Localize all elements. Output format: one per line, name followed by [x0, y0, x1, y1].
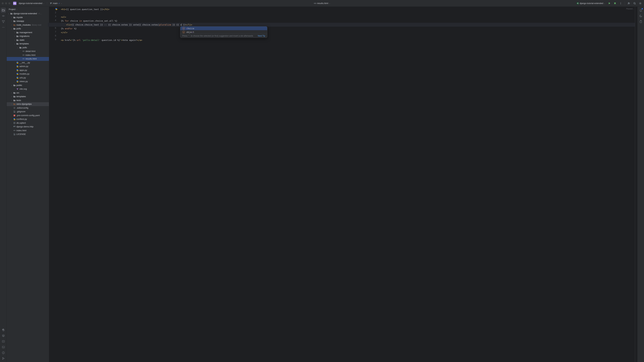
tree-file[interactable]: ·Y.pre-commit-config.yaml: [7, 114, 49, 117]
project-tree[interactable]: ⌄django-tutorial-extended~/…›mysite›newa…: [7, 12, 49, 362]
tree-file[interactable]: ·<>results.html: [7, 57, 49, 61]
tree-folder[interactable]: ›mysite: [7, 15, 49, 19]
project-badge: DE: [13, 2, 16, 5]
bug-icon: [614, 2, 616, 5]
commit-tool-button[interactable]: [1, 13, 6, 18]
structure-tool-button[interactable]: [1, 19, 6, 24]
debug-button[interactable]: [613, 1, 617, 6]
person-plus-icon: [628, 2, 630, 5]
tree-file[interactable]: ·.editorconfig: [7, 106, 49, 110]
svg-point-5: [640, 3, 641, 3]
tree-folder[interactable]: ⌄polls: [7, 46, 49, 50]
code-with-me-button[interactable]: [626, 1, 631, 6]
editor-content[interactable]: <h1>{{ question.question_text }}</h1><ul…: [60, 7, 635, 362]
editor[interactable]: Paused… 123456789 <h1>{{ question.questi…: [49, 7, 637, 362]
tree-file[interactable]: ·admin.py: [7, 64, 49, 68]
tree-folder[interactable]: ›static: [7, 38, 49, 42]
tree-folder[interactable]: ›migrations: [7, 34, 49, 38]
svg-point-10: [2, 27, 3, 28]
html-icon: <>: [314, 2, 316, 4]
tree-folder[interactable]: ›node_moduleslibrary root: [7, 23, 49, 27]
tree-file[interactable]: ·vite.svg: [7, 87, 49, 91]
terminal-icon: [2, 346, 5, 349]
tree-file[interactable]: ·models.py: [7, 72, 49, 76]
close-icon[interactable]: [2, 2, 4, 4]
bell-icon: [639, 9, 642, 12]
run-config-selector[interactable]: dj django-tutorial-extended ⌄: [576, 2, 606, 5]
tree-file[interactable]: ·__init__.py: [7, 61, 49, 65]
project-view-selector[interactable]: Project ⌄: [7, 7, 49, 12]
left-tool-strip: [0, 7, 7, 362]
more-vertical-icon: [620, 2, 622, 4]
tree-folder[interactable]: ⌄templates: [7, 42, 49, 46]
tree-file[interactable]: ·views.py: [7, 80, 49, 83]
chevron-down-icon: ⌄: [604, 2, 605, 4]
main-toolbar: DE django-tutorial-extended ⌄ main ↙ ⌄ <…: [0, 0, 644, 7]
search-icon: [633, 2, 636, 5]
svg-rect-8: [4, 20, 4, 21]
code-completion-popup[interactable]: vchoicevobject Press ⌃. to choose the se…: [180, 26, 267, 38]
editor-error-stripe[interactable]: [635, 7, 637, 362]
play-frame-icon: [2, 340, 5, 343]
tree-file[interactable]: ·conftest.py: [7, 117, 49, 121]
ai-assistant-tool-button[interactable]: [638, 13, 643, 18]
tree-file[interactable]: ·.gitignore: [7, 110, 49, 114]
tree-file[interactable]: ·LICENSE: [7, 132, 49, 136]
completion-item[interactable]: vchoice: [180, 26, 267, 30]
tree-file[interactable]: ·<>index.html: [7, 53, 49, 57]
chevron-down-icon: ⌄: [329, 2, 330, 4]
next-tip-link[interactable]: Next Tip: [258, 35, 265, 37]
tree-folder[interactable]: ›newapp: [7, 19, 49, 23]
svg-point-17: [2, 357, 3, 358]
tree-folder[interactable]: ⌄public: [7, 83, 49, 87]
git-icon: [2, 357, 5, 360]
project-selector[interactable]: django-tutorial-extended ⌄: [18, 2, 45, 5]
svg-rect-25: [640, 21, 642, 23]
tree-file[interactable]: ·<>detail.html: [7, 49, 49, 53]
tree-root[interactable]: ⌄django-tutorial-extended~/…: [7, 12, 49, 15]
search-everywhere-button[interactable]: [632, 1, 637, 6]
editor-tab-label[interactable]: <> results.html ⌄: [314, 2, 330, 4]
django-icon: dj: [576, 2, 579, 5]
branch-icon: [50, 2, 52, 4]
tree-folder[interactable]: ›management: [7, 31, 49, 34]
problems-tool-button[interactable]: [1, 350, 6, 355]
completion-tip: Press ⌃. to choose the selected (or firs…: [180, 34, 267, 38]
tree-folder[interactable]: ›venv-djangotips: [7, 102, 49, 106]
tree-file[interactable]: ·apps.py: [7, 68, 49, 72]
run-button[interactable]: [607, 1, 612, 6]
variable-icon: v: [182, 27, 185, 30]
python-console-tool-button[interactable]: [1, 333, 6, 338]
incoming-arrow-icon: ↙: [58, 2, 60, 4]
completion-item[interactable]: vobject: [180, 30, 267, 34]
tree-folder[interactable]: ›src: [7, 91, 49, 95]
warning-icon: [2, 351, 5, 354]
play-icon: [608, 2, 611, 4]
branch-name: main: [53, 2, 58, 4]
project-tool-button[interactable]: [1, 8, 6, 13]
svg-rect-14: [2, 346, 4, 348]
tree-file[interactable]: ·db.sqlite3: [7, 121, 49, 125]
tree-file[interactable]: ·<>index.html: [7, 129, 49, 133]
minimize-icon[interactable]: [5, 2, 7, 4]
more-tool-button[interactable]: [1, 25, 6, 30]
zoom-icon[interactable]: [8, 2, 10, 4]
services-tool-button[interactable]: [1, 339, 6, 344]
settings-button[interactable]: [638, 1, 643, 6]
tree-file[interactable]: ·urls.py: [7, 76, 49, 80]
more-button[interactable]: [618, 1, 623, 6]
terminal-tool-button[interactable]: [1, 345, 6, 350]
run-config-name: django-tutorial-extended: [580, 2, 603, 4]
window-controls[interactable]: [2, 2, 10, 4]
tree-folder[interactable]: ›templates: [7, 95, 49, 98]
python-packages-tool-button[interactable]: [1, 328, 6, 333]
tree-folder[interactable]: ⌄polls: [7, 27, 49, 31]
vcs-tool-button[interactable]: [1, 356, 6, 361]
svg-point-1: [620, 3, 621, 3]
vcs-branch-selector[interactable]: main ↙ ⌄: [49, 2, 63, 5]
more-horizontal-icon: [2, 26, 5, 29]
tree-file[interactable]: ·APIdjango-demo.http: [7, 125, 49, 129]
tree-folder[interactable]: ›tests: [7, 98, 49, 102]
database-tool-button[interactable]: [638, 19, 643, 24]
notifications-tool-button[interactable]: [638, 8, 643, 13]
